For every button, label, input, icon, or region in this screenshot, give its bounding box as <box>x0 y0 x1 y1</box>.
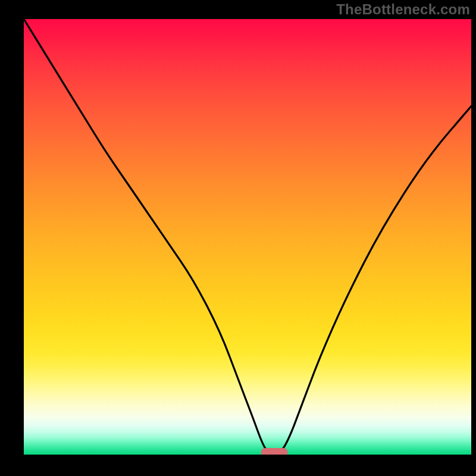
plot-area <box>24 19 471 455</box>
bottleneck-curve <box>24 19 471 455</box>
chart-frame: TheBottleneck.com <box>0 0 476 476</box>
watermark-text: TheBottleneck.com <box>336 1 470 18</box>
optimum-marker <box>261 448 288 455</box>
